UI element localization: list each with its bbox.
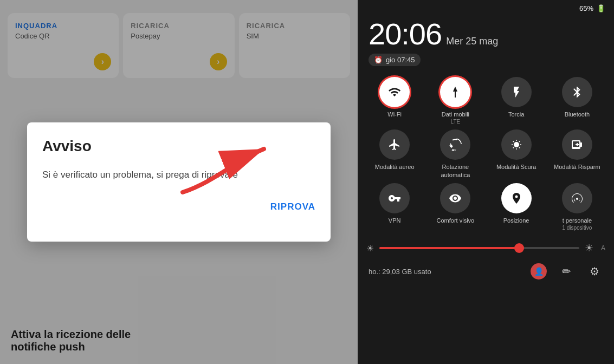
qs-tile-rotation[interactable]: Rotazione automatica [427,129,483,179]
rotation-label: Rotazione automatica [427,163,483,179]
wifi-icon-wrap[interactable] [379,77,410,107]
qs-row-3: VPN Comfort visivo Posizione [366,183,605,231]
vpn-label: VPN [389,217,401,224]
settings-icon[interactable]: ⚙ [586,263,603,280]
qs-row-2: Modalità aereo Rotazione automatica [366,129,605,179]
airplane-icon-wrap[interactable] [379,129,410,160]
quick-settings-grid: Wi-Fi Dati mobili LTE [358,70,614,236]
hotspot-icon-wrap[interactable] [562,183,592,213]
bluetooth-label: Bluetooth [565,110,590,118]
battery-save-label: Modalità Risparm [554,163,600,171]
mobile-data-label: Dati mobili LTE [442,110,469,125]
torch-label: Torcia [508,110,524,118]
alarm-pill[interactable]: ⏰ gio 07:45 [369,54,421,66]
rotation-icon-wrap[interactable] [440,129,470,160]
dialog: Avviso Si è verificato un problema, si p… [27,122,331,242]
storage-row: ho.: 29,03 GB usato 👤 ✏ ⚙ [358,258,614,284]
qs-tile-location[interactable]: Posizione [488,183,545,231]
brightness-thumb[interactable] [514,243,524,253]
dialog-message: Si è verificato un problema, si prega di… [42,168,315,182]
location-label: Posizione [503,217,529,224]
airplane-label: Modalità aereo [375,163,415,171]
qs-tile-comfort[interactable]: Comfort visivo [427,183,483,231]
bluetooth-icon-wrap[interactable] [562,77,592,107]
date-display: Mer 25 mag [446,36,498,47]
comfort-label: Comfort visivo [437,217,475,224]
brightness-slider[interactable] [379,247,579,249]
battery-percentage: 65% [579,4,593,12]
battery-icon: 🔋 [597,4,605,12]
storage-text: ho.: 29,03 GB usato [369,268,431,276]
left-panel: INQUADRA Codice QR › RICARICA Postepay ›… [0,0,358,364]
user-avatar[interactable]: 👤 [531,263,547,280]
bottom-icons: 👤 ✏ ⚙ [531,263,603,280]
vpn-icon-wrap[interactable] [379,183,410,213]
location-icon-wrap[interactable] [501,183,532,213]
time-section: 20:06 Mer 25 mag ⏰ gio 07:45 [358,15,614,70]
dark-mode-label: Modalità Scura [496,163,536,171]
dialog-overlay: Avviso Si è verificato un problema, si p… [0,0,358,364]
dialog-actions: RIPROVA [42,197,315,217]
qs-tile-airplane[interactable]: Modalità aereo [366,129,423,179]
brightness-fill [379,247,519,249]
qs-row-1: Wi-Fi Dati mobili LTE [366,77,605,125]
qs-tile-torch[interactable]: Torcia [488,77,545,125]
wifi-label: Wi-Fi [387,110,402,118]
brightness-row: ☀ ☀ A [358,236,614,258]
alarm-time: gio 07:45 [386,56,415,64]
comfort-icon-wrap[interactable] [440,183,470,213]
dark-mode-icon-wrap[interactable] [501,129,532,160]
dialog-title: Avviso [42,138,315,155]
qs-tile-wifi[interactable]: Wi-Fi [366,77,423,125]
status-bar: 65% 🔋 [358,0,614,15]
qs-tile-mobile-data[interactable]: Dati mobili LTE [427,77,483,125]
torch-icon-wrap[interactable] [501,77,532,107]
retry-button[interactable]: RIPROVA [270,197,315,217]
right-panel: 65% 🔋 20:06 Mer 25 mag ⏰ gio 07:45 Wi-Fi [358,0,614,364]
auto-brightness-icon[interactable]: A [601,244,605,252]
qs-tile-battery-save[interactable]: Modalità Risparm [549,129,605,179]
clock-time: 20:06 [369,19,442,49]
svg-point-1 [514,142,519,147]
alarm-icon: ⏰ [374,56,383,64]
qs-tile-hotspot[interactable]: t personale 1 dispositivo [549,183,605,231]
qs-tile-dark-mode[interactable]: Modalità Scura [488,129,545,179]
battery-save-icon-wrap[interactable] [562,129,592,160]
brightness-low-icon: ☀ [366,243,374,253]
qs-tile-bluetooth[interactable]: Bluetooth [549,77,605,125]
edit-icon[interactable]: ✏ [558,263,575,280]
mobile-data-icon-wrap[interactable] [440,77,470,107]
hotspot-label: t personale 1 dispositivo [562,217,592,231]
brightness-high-icon: ☀ [585,242,593,254]
qs-tile-vpn[interactable]: VPN [366,183,423,231]
